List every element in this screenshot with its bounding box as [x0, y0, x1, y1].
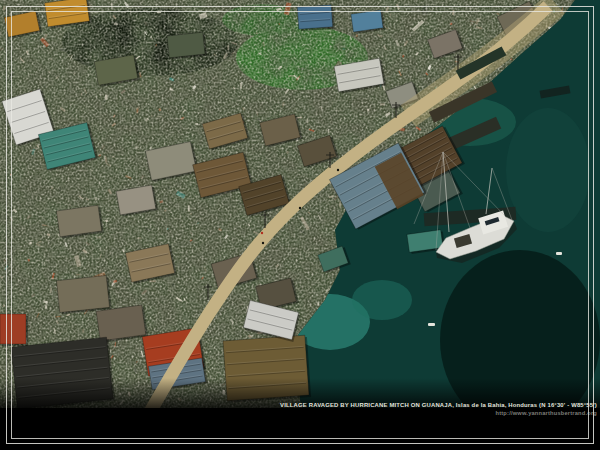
photo-aerial-village: VILLAGE RAVAGED BY HURRICANE MITCH ON GU…	[0, 0, 600, 450]
photo-caption: VILLAGE RAVAGED BY HURRICANE MITCH ON GU…	[280, 402, 597, 408]
photo-credit-url: http://www.yannarthusbertrand.org	[280, 410, 597, 416]
photo-caption-block: VILLAGE RAVAGED BY HURRICANE MITCH ON GU…	[280, 402, 597, 416]
aerial-photo-scene	[0, 0, 600, 450]
